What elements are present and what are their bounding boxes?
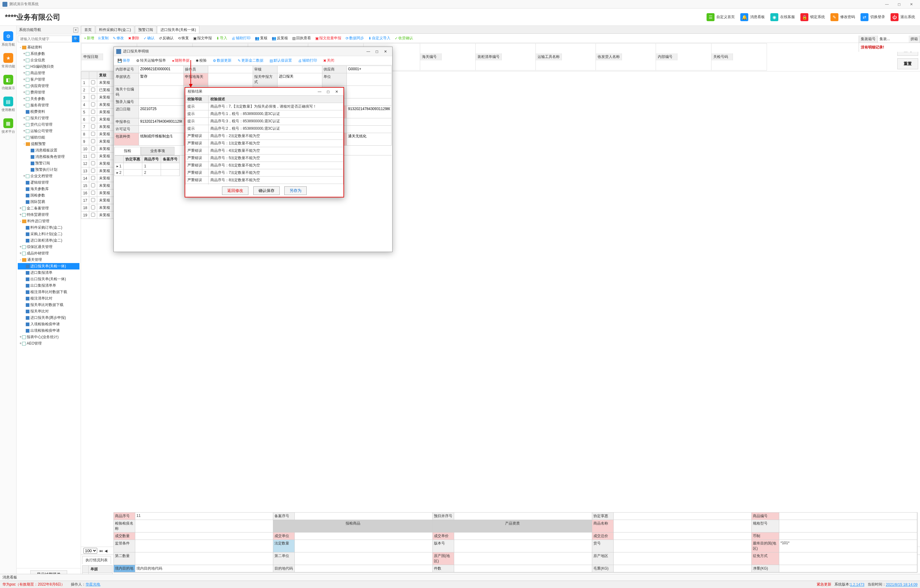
- bf-field-原产地区[interactable]: [613, 552, 752, 565]
- close-button[interactable]: ✕: [905, 0, 918, 8]
- exec-list-tab[interactable]: 执行情况列表: [82, 556, 111, 564]
- tree-node[interactable]: 出口集报清单单: [18, 282, 79, 289]
- toolbar-报文申报[interactable]: ▣报文申报: [191, 35, 214, 42]
- tree-node[interactable]: -提醒预警: [18, 141, 79, 147]
- table-row[interactable]: ▸ 22: [115, 170, 180, 176]
- page-size-select[interactable]: 100: [83, 548, 97, 554]
- row-checkbox[interactable]: [91, 183, 95, 187]
- tab-0[interactable]: 首页: [81, 26, 95, 34]
- toolbar-报文批量申报[interactable]: ▣报文批量申报: [313, 35, 343, 42]
- header-修改密码[interactable]: ✎修改密码: [831, 13, 855, 21]
- subtab-yewu[interactable]: 业务事项: [141, 147, 175, 155]
- leftbar-系统导航[interactable]: ⚙系统导航: [0, 28, 16, 50]
- table-row[interactable]: 严重错误商品序号：1法定数量不能为空: [186, 140, 343, 147]
- bf-field-征免方式[interactable]: [779, 552, 917, 565]
- tab-2[interactable]: 预警订阅: [135, 26, 156, 34]
- tree-node[interactable]: +服务商管理: [18, 102, 79, 108]
- toolbar-新增[interactable]: +新增: [82, 35, 96, 42]
- dlg-min-icon[interactable]: —: [364, 49, 373, 54]
- toolbar-反复核[interactable]: 👥反复核: [270, 35, 290, 42]
- toolbar-复制[interactable]: ⎘复制: [97, 35, 110, 42]
- tree-node[interactable]: 进口报关单(两步申报): [18, 315, 79, 321]
- table-row[interactable]: 提示商品序号:1，税号：8538900000,需3C认证: [186, 110, 343, 118]
- validate-grid[interactable]: 校验等级校验描述提示商品序号：7,【法定数量】为报关必填项，请核对是否正确填写！…: [185, 95, 343, 184]
- tree-node[interactable]: +综保区通关管理: [18, 244, 79, 250]
- dlg-toolbar-保存[interactable]: 💾保存: [116, 57, 132, 64]
- row-checkbox[interactable]: [91, 198, 95, 202]
- bf-field-检验检疫名称[interactable]: [135, 520, 273, 533]
- header-消息看板[interactable]: 🔔消息看板: [740, 13, 765, 21]
- dlg-toolbar-随附单据[interactable]: ●随附单据: [170, 57, 191, 64]
- dlg-toolbar-校验[interactable]: ✱校验: [194, 57, 209, 64]
- vd-max-icon[interactable]: ◻: [324, 89, 332, 94]
- bf-field-境内目的地[interactable]: 境内目的地代码: [135, 565, 273, 572]
- leftbar-功能展示[interactable]: ◧功能展示: [0, 72, 16, 94]
- tree-node[interactable]: +报表中心(业务统计): [18, 334, 79, 340]
- toolbar-辅助打印[interactable]: 🖨辅助打印: [230, 35, 253, 42]
- subtab-baojian[interactable]: 报检: [114, 147, 141, 155]
- bf-field-监管条件[interactable]: [135, 540, 273, 552]
- vd-min-icon[interactable]: —: [315, 89, 324, 94]
- dlg-toolbar-默认值设置[interactable]: ▤默认值设置: [268, 57, 294, 64]
- toolbar-自定义导入[interactable]: ⬇自定义导入: [366, 35, 392, 42]
- table-row[interactable]: 提示商品序号:3，税号：8538900000,需3C认证: [186, 118, 343, 125]
- toolbar-复核[interactable]: 👥复核: [253, 35, 269, 42]
- tree-node[interactable]: 预警执行计划: [18, 166, 79, 173]
- filter-装柜清单编号-input[interactable]: [502, 54, 535, 60]
- bf-field-规格型号[interactable]: [779, 520, 917, 533]
- table-row[interactable]: 严重错误商品序号：2法定数量不能为空: [186, 132, 343, 140]
- dlg-toolbar-辅助打印[interactable]: 🖨辅助打印: [296, 57, 319, 64]
- row-checkbox[interactable]: [91, 169, 95, 173]
- tab-1[interactable]: 料件采购订单(金二): [96, 26, 134, 34]
- filter-海关编号-input[interactable]: [442, 54, 475, 60]
- table-row[interactable]: 严重错误商品序号：7法定数量不能为空: [186, 169, 343, 176]
- row-checkbox[interactable]: [91, 124, 95, 128]
- tree-node[interactable]: -基础资料: [18, 44, 79, 50]
- tree-node[interactable]: 核注清单比对数据下载: [18, 289, 79, 295]
- bf-field-毛重(KG)[interactable]: [613, 565, 752, 572]
- tree-node[interactable]: +商品管理: [18, 70, 79, 76]
- filter-运输工具名称-input[interactable]: [562, 54, 596, 60]
- bf-field-第二数量[interactable]: [135, 552, 273, 565]
- leftbar-技术平台[interactable]: ▦技术平台: [0, 115, 16, 137]
- bf-field-原产国(地区)[interactable]: [454, 552, 592, 565]
- row-checkbox[interactable]: [91, 147, 95, 150]
- save-as-button[interactable]: 另存为: [284, 186, 307, 195]
- tree-node[interactable]: 采购上料计划(金二): [18, 231, 79, 237]
- bf-field-商品名称[interactable]: [613, 520, 752, 533]
- maximize-button[interactable]: ◻: [893, 0, 905, 8]
- reset-button[interactable]: 重置: [897, 58, 918, 69]
- row-checkbox[interactable]: [91, 117, 95, 121]
- toolbar-收货确认[interactable]: ✓收货确认: [393, 35, 415, 42]
- pager-first-icon[interactable]: ⏮: [99, 549, 103, 553]
- row-checkbox[interactable]: [91, 132, 95, 136]
- table-row[interactable]: 严重错误商品序号：4法定数量不能为空: [186, 147, 343, 155]
- tree-node[interactable]: 进口报关单(关检一体): [18, 263, 79, 270]
- bf-btn-报检商品[interactable]: 报检商品: [273, 520, 433, 533]
- filter-收发货人名称-input[interactable]: [622, 54, 656, 60]
- row-checkbox[interactable]: [91, 154, 95, 158]
- row-checkbox[interactable]: [91, 205, 95, 209]
- toolbar-确认[interactable]: ✓确认: [142, 35, 156, 42]
- dlg-toolbar-数据更新[interactable]: ⚙数据更新: [211, 57, 233, 64]
- dlg-toolbar-关闭[interactable]: ✖关闭: [321, 57, 336, 64]
- tree-node[interactable]: +AEO管理: [18, 340, 79, 347]
- tree-node[interactable]: +企业文档管理: [18, 173, 79, 179]
- table-row[interactable]: ▸ 11: [115, 163, 180, 170]
- tree-node[interactable]: 报关单比对数据下载: [18, 302, 79, 308]
- vd-close-icon[interactable]: ✕: [332, 89, 341, 94]
- row-checkbox[interactable]: [91, 191, 95, 195]
- nav-tree[interactable]: -基础资料+系统参数+企业信息+HS编码预归类+商品管理+客户管理+供应商管理+…: [16, 44, 81, 568]
- bf-field-商品编号[interactable]: [779, 512, 917, 520]
- tree-node[interactable]: +HS编码预归类: [18, 63, 79, 70]
- bf-field-商品序号[interactable]: 11: [135, 512, 273, 520]
- toolbar-反确认[interactable]: ↺反确认: [157, 35, 175, 42]
- bf-field-成交单价[interactable]: [454, 532, 592, 540]
- bf-field-成交单位[interactable]: [295, 532, 433, 540]
- minimize-button[interactable]: —: [881, 0, 893, 8]
- confirm-save-button[interactable]: 确认保存: [253, 186, 280, 195]
- leftbar-使用教程[interactable]: ▤使用教程: [0, 94, 16, 115]
- message-bar[interactable]: 消息看板: [0, 574, 920, 581]
- dialog-titlebar[interactable]: 进口报关单明细 — ◻ ✕: [114, 47, 392, 56]
- tree-node[interactable]: 出口报关单(关检一体): [18, 276, 79, 282]
